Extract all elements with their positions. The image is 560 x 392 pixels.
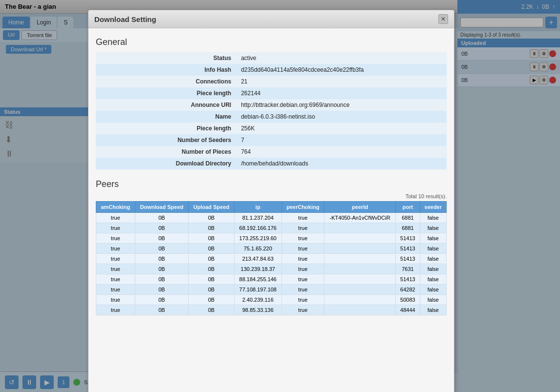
info-row: Info Hashd235dd640a4114a5fe804cdceea2c40… xyxy=(96,64,447,76)
peers-cell: false xyxy=(420,264,446,274)
peers-cell: 0B xyxy=(135,285,188,295)
peers-cell: true xyxy=(96,213,135,223)
peers-cell xyxy=(324,233,395,244)
peers-cell: true xyxy=(281,213,324,223)
peers-cell: 51413 xyxy=(396,274,420,285)
peers-cell: 0B xyxy=(189,305,235,315)
modal-titlebar: Download Setting ✕ xyxy=(88,10,454,28)
peers-cell xyxy=(324,244,395,254)
peers-cell: 0B xyxy=(189,223,235,233)
field-value: 262144 xyxy=(236,87,447,99)
peers-cell: false xyxy=(420,213,446,223)
info-row: Piece length256K xyxy=(96,123,447,134)
peers-cell: true xyxy=(281,244,324,254)
peers-cell: true xyxy=(96,274,135,285)
peers-cell: 81.1.237.204 xyxy=(234,213,281,223)
peers-col-header: port xyxy=(396,202,420,213)
peers-row: true0B0B2.40.239.116true50083false xyxy=(96,295,447,305)
peers-cell: true xyxy=(281,233,324,244)
peers-cell: 0B xyxy=(135,305,188,315)
peers-cell: true xyxy=(281,223,324,233)
modal-title: Download Setting xyxy=(94,15,156,23)
peers-cell: 0B xyxy=(135,223,188,233)
peers-cell: 88.184.255.146 xyxy=(234,274,281,285)
field-label: Name xyxy=(96,111,236,123)
peers-cell: true xyxy=(281,274,324,285)
peers-col-header: amChoking xyxy=(96,202,135,213)
download-setting-modal: Download Setting ✕ General StatusactiveI… xyxy=(88,10,454,392)
field-value: 21 xyxy=(236,76,447,87)
peers-cell: true xyxy=(96,295,135,305)
peers-row: true0B0B68.192.166.176true6881false xyxy=(96,223,447,233)
peers-cell: 0B xyxy=(189,213,235,223)
field-value: 256K xyxy=(236,123,447,134)
peers-cell: 173.255.219.60 xyxy=(234,233,281,244)
info-row: Download Directory/home/behdad/downloads xyxy=(96,158,447,169)
peers-col-header: peerId xyxy=(324,202,395,213)
peers-row: true0B0B77.108.197.108true64282false xyxy=(96,285,447,295)
peers-cell: 48444 xyxy=(396,305,420,315)
peers-cell: true xyxy=(281,295,324,305)
modal-body[interactable]: General StatusactiveInfo Hashd235dd640a4… xyxy=(88,28,454,392)
peers-cell: 0B xyxy=(189,274,235,285)
peers-cell: true xyxy=(96,305,135,315)
peers-cell: 2.40.239.116 xyxy=(234,295,281,305)
field-value: /home/behdad/downloads xyxy=(236,158,447,169)
peers-cell: 0B xyxy=(135,295,188,305)
peers-cell xyxy=(324,223,395,233)
peers-cell: false xyxy=(420,274,446,285)
peers-col-header: Download Speed xyxy=(135,202,188,213)
peers-cell xyxy=(324,254,395,264)
peers-row: true0B0B173.255.219.60true51413false xyxy=(96,233,447,244)
peers-col-header: peerChoking xyxy=(281,202,324,213)
peers-cell: false xyxy=(420,233,446,244)
general-info-table: StatusactiveInfo Hashd235dd640a4114a5fe8… xyxy=(96,52,447,169)
peers-cell: 98.85.33.136 xyxy=(234,305,281,315)
field-label: Number of Seeders xyxy=(96,134,236,146)
peers-row: true0B0B98.85.33.136true48444false xyxy=(96,305,447,315)
peers-cell: 50083 xyxy=(396,295,420,305)
peers-cell: false xyxy=(420,295,446,305)
peers-cell: -KT4050-An1vCfWvDCiR xyxy=(324,213,395,223)
peers-cell: 51413 xyxy=(396,233,420,244)
peers-cell: true xyxy=(96,223,135,233)
info-row: Piece length262144 xyxy=(96,87,447,99)
field-label: Piece length xyxy=(96,87,236,99)
peers-cell: 0B xyxy=(189,254,235,264)
peers-cell: true xyxy=(281,305,324,315)
peers-cell: 75.1.65.220 xyxy=(234,244,281,254)
total-results: Total 10 result(s). xyxy=(96,193,447,199)
peers-cell: false xyxy=(420,305,446,315)
info-row: Number of Pieces764 xyxy=(96,146,447,158)
peers-cell: 0B xyxy=(135,274,188,285)
peers-cell: true xyxy=(281,285,324,295)
peers-cell xyxy=(324,285,395,295)
field-label: Connections xyxy=(96,76,236,87)
peers-cell: 0B xyxy=(135,264,188,274)
peers-title: Peers xyxy=(96,179,447,189)
peers-cell: false xyxy=(420,285,446,295)
info-row: Announce URIhttp://bttracker.debian.org:… xyxy=(96,99,447,111)
peers-cell: true xyxy=(281,264,324,274)
field-label: Status xyxy=(96,52,236,64)
peers-cell: false xyxy=(420,244,446,254)
peers-row: true0B0B88.184.255.146true51413false xyxy=(96,274,447,285)
peers-cell: false xyxy=(420,223,446,233)
peers-cell: true xyxy=(281,254,324,264)
peers-row: true0B0B130.239.18.37true7631false xyxy=(96,264,447,274)
field-value: debian-6.0.3-i386-netinst.iso xyxy=(236,111,447,123)
field-label: Number of Pieces xyxy=(96,146,236,158)
peers-cell: 0B xyxy=(135,254,188,264)
peers-col-header: seeder xyxy=(420,202,446,213)
modal-close-button[interactable]: ✕ xyxy=(438,14,448,24)
peers-cell: true xyxy=(96,244,135,254)
peers-cell: 0B xyxy=(189,244,235,254)
peers-cell: true xyxy=(96,285,135,295)
field-label: Piece length xyxy=(96,123,236,134)
peers-cell: 0B xyxy=(189,233,235,244)
peers-cell xyxy=(324,305,395,315)
field-label: Download Directory xyxy=(96,158,236,169)
field-label: Info Hash xyxy=(96,64,236,76)
peers-cell: 0B xyxy=(189,264,235,274)
peers-cell: true xyxy=(96,264,135,274)
